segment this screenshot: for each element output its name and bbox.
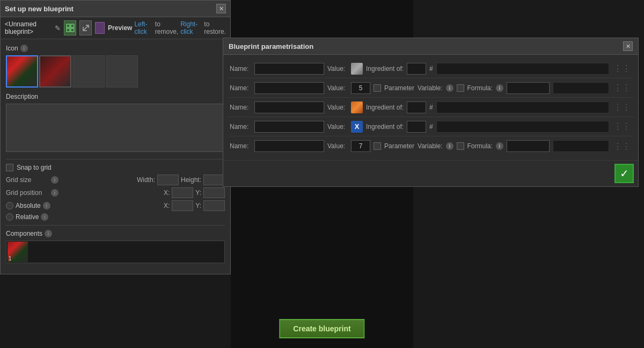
param-row4-ingredient-label: Ingredient of: <box>366 123 404 130</box>
param-row1-name-input[interactable] <box>254 63 324 75</box>
param-row5-param-checkbox[interactable] <box>374 142 381 150</box>
export-icon <box>82 24 90 32</box>
param-row2-name-input[interactable] <box>254 82 324 94</box>
param-row-3: Name: Value: Ingredient of: # ⋮⋮ <box>228 98 634 117</box>
relative-radio[interactable] <box>6 213 13 221</box>
param-row4-name-input[interactable] <box>254 121 324 133</box>
param-content: Name: Value: Ingredient of: # ⋮⋮ Name: V… <box>223 55 638 160</box>
param-row3-name-input[interactable] <box>254 102 324 113</box>
icon-slot-2[interactable] <box>39 55 71 88</box>
param-row5-variable-label: Variable: <box>418 142 442 150</box>
components-section-label: Components i <box>6 230 225 237</box>
height-label: Height: <box>181 176 201 184</box>
param-row1-value-icon <box>351 63 363 75</box>
component-thumb-1[interactable]: 1 <box>8 242 28 262</box>
param-row5-formula-checkbox[interactable] <box>457 142 464 150</box>
description-input[interactable] <box>6 104 225 152</box>
param-row5-drag-handle[interactable]: ⋮⋮ <box>612 141 632 151</box>
icon-slot-1[interactable] <box>6 55 38 88</box>
param-row2-variable-info[interactable]: ℹ <box>446 84 453 92</box>
absolute-info-icon[interactable]: i <box>43 202 50 209</box>
param-row-2: Name: Value: Parameter Variable: ℹ Formu… <box>228 78 634 98</box>
export-tool-button[interactable] <box>79 20 92 35</box>
edit-icon[interactable]: ✎ <box>55 24 61 32</box>
components-strip: 1 <box>6 241 225 263</box>
param-row5-formula-label: Formula: <box>467 142 493 150</box>
main-window: Set up new blueprint ✕ <Unnamed blueprin… <box>0 0 231 274</box>
abs-y-input[interactable] <box>203 200 225 211</box>
grid-tool-button[interactable] <box>64 20 76 35</box>
param-row2-stretch <box>553 82 609 94</box>
param-row5-name-input[interactable] <box>254 140 324 152</box>
param-row4-ingredient-input[interactable] <box>407 121 426 133</box>
preview-label: Preview <box>108 24 132 32</box>
grid-size-info-icon[interactable]: i <box>51 176 58 184</box>
pos-x-input[interactable] <box>172 187 193 198</box>
param-row5-variable-info[interactable]: ℹ <box>446 142 453 150</box>
color-tool-button[interactable] <box>95 22 105 34</box>
grid-pos-info-icon[interactable]: i <box>51 189 58 197</box>
param-row1-drag-handle[interactable]: ⋮⋮ <box>612 63 632 74</box>
param-row-1: Name: Value: Ingredient of: # ⋮⋮ <box>228 59 634 78</box>
create-blueprint-button[interactable]: Create blueprint <box>279 319 364 338</box>
param-row4-name-label: Name: <box>230 123 251 130</box>
divider-2 <box>6 225 225 226</box>
absolute-radio[interactable] <box>6 202 13 209</box>
param-row2-param-label: Parameter <box>384 84 414 92</box>
param-row3-value-label: Value: <box>327 104 348 111</box>
icon-slot-3[interactable] <box>72 55 105 88</box>
param-row2-drag-handle[interactable]: ⋮⋮ <box>612 83 632 93</box>
icon-slot-4[interactable] <box>106 55 138 88</box>
relative-label: Relative <box>16 213 39 221</box>
components-section: Components i 1 <box>6 230 225 263</box>
param-row2-formula-label: Formula: <box>467 84 493 92</box>
param-title-bar: Blueprint parametrisation ✕ <box>223 38 638 55</box>
left-click-link[interactable]: Left-click <box>134 20 152 35</box>
param-dialog-close[interactable]: ✕ <box>623 41 633 51</box>
param-row3-value-icon <box>351 102 363 113</box>
description-label: Description <box>6 93 225 100</box>
param-row4-hash: # <box>429 123 433 130</box>
icon-grid <box>6 55 225 88</box>
height-input[interactable] <box>203 175 225 185</box>
confirm-button[interactable]: ✓ <box>614 164 634 183</box>
divider-1 <box>6 159 225 160</box>
param-row3-ingredient-label: Ingredient of: <box>366 104 404 111</box>
width-input[interactable] <box>157 175 179 185</box>
param-row2-formula-info[interactable]: ℹ <box>496 84 503 92</box>
svg-rect-1 <box>71 24 74 27</box>
param-row1-ingredient-input[interactable] <box>407 63 426 75</box>
param-row1-value-label: Value: <box>327 65 348 73</box>
description-section: Description <box>6 93 225 154</box>
grid-pos-row: Grid position i X: Y: <box>6 187 225 198</box>
snap-checkbox[interactable] <box>6 164 13 171</box>
relative-info-icon[interactable]: i <box>41 213 48 221</box>
icon-info-icon[interactable]: i <box>20 45 28 52</box>
param-row2-formula-checkbox[interactable] <box>457 84 464 92</box>
param-row3-ingredient-input[interactable] <box>407 102 426 113</box>
param-row5-formula-info[interactable]: ℹ <box>496 142 503 150</box>
param-row1-hash: # <box>429 65 433 73</box>
param-row2-param-checkbox[interactable] <box>374 84 381 92</box>
pos-y-input[interactable] <box>203 187 225 198</box>
param-row4-drag-handle[interactable]: ⋮⋮ <box>612 121 632 132</box>
param-row3-drag-handle[interactable]: ⋮⋮ <box>612 102 632 112</box>
param-row5-value-input[interactable] <box>351 140 370 152</box>
window-close-button[interactable]: ✕ <box>216 4 226 13</box>
pos-y-label: Y: <box>195 189 201 197</box>
right-click-link[interactable]: Right-click <box>180 20 202 35</box>
absolute-label: Absolute <box>16 202 41 209</box>
svg-rect-0 <box>67 24 70 27</box>
title-bar: Set up new blueprint ✕ <box>1 1 230 17</box>
window-title: Set up new blueprint <box>5 5 74 13</box>
param-row1-stretch <box>436 63 609 75</box>
components-info-icon[interactable]: i <box>45 230 52 237</box>
param-dialog: Blueprint parametrisation ✕ Name: Value:… <box>223 38 639 187</box>
param-row4-stretch <box>436 121 609 133</box>
param-row2-formula-input[interactable] <box>507 82 550 94</box>
abs-x-input[interactable] <box>172 200 193 211</box>
param-row-5: Name: Value: Parameter Variable: ℹ Formu… <box>228 136 634 156</box>
param-row1-ingredient-label: Ingredient of: <box>366 65 404 73</box>
param-row2-value-input[interactable] <box>351 82 370 94</box>
param-row5-formula-input[interactable] <box>507 140 550 152</box>
